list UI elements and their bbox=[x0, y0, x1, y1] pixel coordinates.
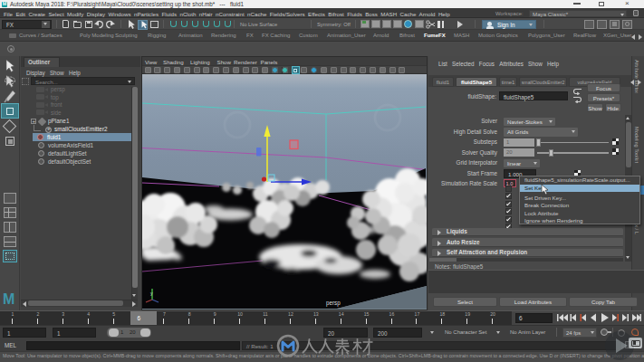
svg-text:persp: persp bbox=[326, 300, 341, 307]
